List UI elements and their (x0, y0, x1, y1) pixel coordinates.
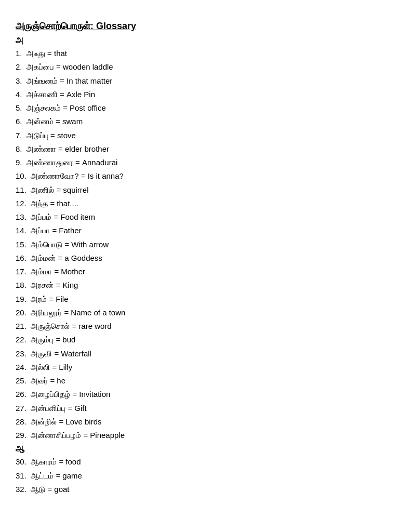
item-english: = food (59, 457, 81, 466)
item-tamil: ஆகாரம் (31, 457, 57, 466)
item-number: 2. (16, 62, 22, 71)
list-item: 20. அரியலூர் = Name of a town (16, 307, 383, 318)
item-number: 11. (16, 185, 26, 194)
item-number: 28. (16, 417, 26, 426)
item-english: = rare word (72, 322, 111, 330)
section-letter: ஆ (16, 444, 383, 454)
item-number: 10. (16, 171, 26, 180)
item-tamil: அன்னாசிப்பழம் (31, 431, 81, 440)
list-item: 6. அன்னம் = swam (16, 115, 383, 127)
item-english: = Mother (54, 267, 85, 276)
item-english: = File (49, 295, 68, 303)
item-tamil: ஆட்டம் (31, 471, 54, 480)
item-number: 3. (16, 76, 22, 85)
list-item: 21. அருஞ்சொல் = rare word (16, 320, 383, 332)
item-tamil: அஃது (26, 49, 45, 58)
item-tamil: ஆடு (31, 485, 45, 494)
item-tamil: அண்ணா (26, 144, 56, 153)
list-item: 9. அண்ணாதுரை = Annadurai (16, 156, 383, 168)
item-english: = a Goddess (58, 254, 102, 262)
item-number: 1. (16, 49, 22, 58)
item-number: 25. (16, 376, 26, 385)
item-english: = Post office (63, 103, 106, 112)
item-english: = squirrel (56, 185, 88, 194)
item-number: 13. (16, 212, 26, 221)
list-item: 12. அந்த = that.... (16, 197, 383, 209)
item-tamil: அப்பம் (31, 212, 51, 221)
item-english: = swam (56, 117, 83, 126)
list-item: 15. அம்பொடு = With arrow (16, 238, 383, 250)
item-english: = wooden laddle (56, 62, 113, 71)
item-tamil: அரும்பு (31, 335, 54, 344)
item-number: 24. (16, 363, 26, 371)
item-english: = Axle Pin (60, 90, 95, 99)
item-english: = Food item (54, 212, 95, 221)
item-number: 23. (16, 349, 26, 358)
item-tamil: அம்மா (31, 267, 52, 276)
list-item: 28. அன்றில் = Love birds (16, 416, 383, 428)
glossary-content: அ1. அஃது = that2. அகப்பை = wooden laddle… (16, 36, 383, 495)
list-item: 16. அம்மன் = a Goddess (16, 252, 383, 264)
list-item: 13. அப்பம் = Food item (16, 211, 383, 223)
list-item: 31. ஆட்டம் = game (16, 470, 383, 482)
item-number: 17. (16, 267, 26, 276)
list-item: 7. அடுப்பு = stove (16, 129, 383, 141)
item-tamil: அரம் (31, 295, 47, 303)
item-english: = Lilly (52, 363, 72, 371)
item-tamil: அன்பளிப்பு (31, 404, 65, 413)
list-item: 4. அச்சாணி = Axle Pin (16, 88, 383, 100)
item-tamil: அகப்பை (26, 62, 54, 71)
item-number: 21. (16, 322, 26, 330)
list-item: 27. அன்பளிப்பு = Gift (16, 402, 383, 414)
item-english: = King (56, 281, 78, 289)
item-english: = Pineapple (83, 431, 125, 440)
item-english: = goat (47, 485, 69, 494)
list-item: 22. அரும்பு = bud (16, 334, 383, 345)
item-english: = game (56, 471, 82, 480)
item-tamil: அண்ணாவோ? (31, 171, 78, 180)
list-item: 25. அவர் = he (16, 375, 383, 387)
item-number: 22. (16, 335, 26, 344)
list-item: 10. அண்ணாவோ? = Is it anna? (16, 170, 383, 182)
list-item: 17. அம்மா = Mother (16, 265, 383, 277)
item-tamil: அரியலூர் (31, 308, 62, 317)
item-english: = In that matter (60, 76, 112, 85)
item-english: = that.... (50, 199, 78, 208)
glossary-list: 30. ஆகாரம் = food31. ஆட்டம் = game32. ஆட… (16, 456, 383, 495)
item-english: = Love birds (59, 417, 101, 426)
item-number: 7. (16, 131, 22, 140)
item-english: = stove (50, 131, 76, 140)
item-english: = Waterfall (54, 349, 91, 358)
item-tamil: அப்பா (31, 226, 50, 235)
item-tamil: அந்த (31, 199, 48, 208)
item-tamil: அருவி (31, 349, 52, 358)
item-tamil: அம்பொடு (31, 240, 62, 249)
list-item: 5. அஞ்சலகம் = Post office (16, 102, 383, 114)
item-number: 20. (16, 308, 26, 317)
item-number: 30. (16, 457, 26, 466)
item-tamil: அடுப்பு (26, 131, 48, 140)
item-number: 4. (16, 90, 22, 99)
item-english: = Annadurai (75, 158, 117, 167)
item-number: 16. (16, 254, 26, 262)
list-item: 29. அன்னாசிப்பழம் = Pineapple (16, 429, 383, 441)
item-english: = elder brother (58, 144, 109, 153)
item-tamil: அங்ஙனம் (26, 76, 58, 85)
item-tamil: அச்சாணி (26, 90, 58, 99)
item-english: = bud (56, 335, 75, 344)
item-number: 15. (16, 240, 26, 249)
list-item: 32. ஆடு = goat (16, 483, 383, 495)
glossary-list: 1. அஃது = that2. அகப்பை = wooden laddle3… (16, 47, 383, 441)
item-number: 32. (16, 485, 26, 494)
item-english: = Is it anna? (81, 171, 124, 180)
item-tamil: அருஞ்சொல் (31, 322, 70, 330)
item-english: = that (47, 49, 67, 58)
item-number: 8. (16, 144, 22, 153)
list-item: 26. அழைப்பிதழ் = Invitation (16, 388, 383, 400)
item-tamil: அண்ணாதுரை (26, 158, 73, 167)
list-item: 1. அஃது = that (16, 47, 383, 59)
item-number: 9. (16, 158, 22, 167)
page-container: அருஞ்சொற்பொருள்: Glossary அ1. அஃது = tha… (16, 21, 383, 495)
item-tamil: அம்மன் (31, 254, 56, 262)
list-item: 23. அருவி = Waterfall (16, 348, 383, 360)
